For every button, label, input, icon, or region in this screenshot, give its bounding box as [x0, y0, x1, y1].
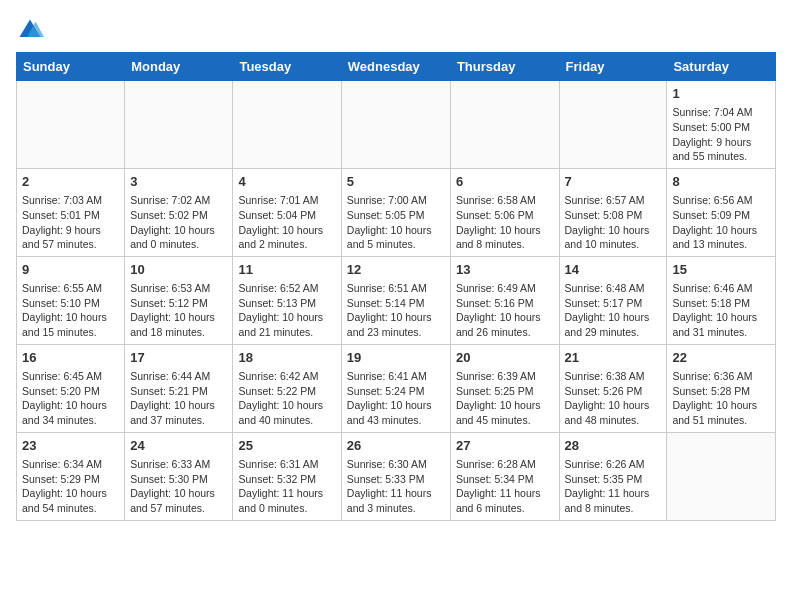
calendar-cell: 23Sunrise: 6:34 AMSunset: 5:29 PMDayligh… — [17, 432, 125, 520]
day-info: Sunrise: 7:04 AM — [672, 105, 770, 120]
day-info: Sunrise: 6:26 AM — [565, 457, 662, 472]
day-info: Sunrise: 6:56 AM — [672, 193, 770, 208]
day-info: Daylight: 10 hours and 31 minutes. — [672, 310, 770, 339]
day-info: Sunset: 5:20 PM — [22, 384, 119, 399]
day-info: Sunrise: 6:46 AM — [672, 281, 770, 296]
day-info: Sunset: 5:01 PM — [22, 208, 119, 223]
day-info: Sunrise: 6:51 AM — [347, 281, 445, 296]
day-info: Daylight: 10 hours and 21 minutes. — [238, 310, 335, 339]
day-info: Sunrise: 7:02 AM — [130, 193, 227, 208]
day-info: Daylight: 10 hours and 8 minutes. — [456, 223, 554, 252]
day-info: Sunset: 5:05 PM — [347, 208, 445, 223]
day-info: Daylight: 10 hours and 26 minutes. — [456, 310, 554, 339]
logo — [16, 16, 50, 44]
calendar-cell: 17Sunrise: 6:44 AMSunset: 5:21 PMDayligh… — [125, 344, 233, 432]
day-info: Sunrise: 6:45 AM — [22, 369, 119, 384]
day-info: Daylight: 11 hours and 3 minutes. — [347, 486, 445, 515]
day-info: Sunset: 5:17 PM — [565, 296, 662, 311]
day-info: Sunrise: 6:53 AM — [130, 281, 227, 296]
calendar-cell: 20Sunrise: 6:39 AMSunset: 5:25 PMDayligh… — [450, 344, 559, 432]
header-cell-thursday: Thursday — [450, 53, 559, 81]
day-info: Sunset: 5:08 PM — [565, 208, 662, 223]
day-info: Daylight: 10 hours and 10 minutes. — [565, 223, 662, 252]
calendar-cell: 18Sunrise: 6:42 AMSunset: 5:22 PMDayligh… — [233, 344, 341, 432]
day-info: Sunset: 5:35 PM — [565, 472, 662, 487]
day-number: 23 — [22, 437, 119, 455]
day-info: Daylight: 9 hours and 57 minutes. — [22, 223, 119, 252]
day-number: 27 — [456, 437, 554, 455]
day-info: Sunrise: 6:31 AM — [238, 457, 335, 472]
week-row-1: 1Sunrise: 7:04 AMSunset: 5:00 PMDaylight… — [17, 81, 776, 169]
day-info: Daylight: 10 hours and 48 minutes. — [565, 398, 662, 427]
day-info: Daylight: 10 hours and 43 minutes. — [347, 398, 445, 427]
day-info: Sunset: 5:12 PM — [130, 296, 227, 311]
day-info: Sunrise: 6:36 AM — [672, 369, 770, 384]
day-info: Daylight: 10 hours and 29 minutes. — [565, 310, 662, 339]
day-info: Daylight: 10 hours and 18 minutes. — [130, 310, 227, 339]
day-number: 4 — [238, 173, 335, 191]
calendar-cell — [667, 432, 776, 520]
day-number: 16 — [22, 349, 119, 367]
calendar-cell: 21Sunrise: 6:38 AMSunset: 5:26 PMDayligh… — [559, 344, 667, 432]
day-number: 3 — [130, 173, 227, 191]
day-info: Daylight: 11 hours and 0 minutes. — [238, 486, 335, 515]
day-info: Sunrise: 6:30 AM — [347, 457, 445, 472]
calendar-cell: 4Sunrise: 7:01 AMSunset: 5:04 PMDaylight… — [233, 168, 341, 256]
header-cell-monday: Monday — [125, 53, 233, 81]
calendar-cell: 9Sunrise: 6:55 AMSunset: 5:10 PMDaylight… — [17, 256, 125, 344]
day-info: Daylight: 11 hours and 8 minutes. — [565, 486, 662, 515]
day-number: 2 — [22, 173, 119, 191]
week-row-3: 9Sunrise: 6:55 AMSunset: 5:10 PMDaylight… — [17, 256, 776, 344]
week-row-2: 2Sunrise: 7:03 AMSunset: 5:01 PMDaylight… — [17, 168, 776, 256]
day-info: Sunrise: 7:00 AM — [347, 193, 445, 208]
page-header — [16, 16, 776, 44]
day-info: Sunrise: 6:57 AM — [565, 193, 662, 208]
day-number: 14 — [565, 261, 662, 279]
day-number: 6 — [456, 173, 554, 191]
day-info: Sunrise: 6:41 AM — [347, 369, 445, 384]
day-info: Sunrise: 6:49 AM — [456, 281, 554, 296]
logo-icon — [16, 16, 44, 44]
day-info: Daylight: 10 hours and 37 minutes. — [130, 398, 227, 427]
calendar-cell: 2Sunrise: 7:03 AMSunset: 5:01 PMDaylight… — [17, 168, 125, 256]
day-number: 28 — [565, 437, 662, 455]
day-number: 5 — [347, 173, 445, 191]
calendar-cell: 8Sunrise: 6:56 AMSunset: 5:09 PMDaylight… — [667, 168, 776, 256]
day-info: Sunset: 5:32 PM — [238, 472, 335, 487]
day-info: Sunset: 5:34 PM — [456, 472, 554, 487]
calendar-cell: 28Sunrise: 6:26 AMSunset: 5:35 PMDayligh… — [559, 432, 667, 520]
day-info: Sunrise: 7:01 AM — [238, 193, 335, 208]
day-info: Sunrise: 6:48 AM — [565, 281, 662, 296]
day-info: Sunset: 5:26 PM — [565, 384, 662, 399]
day-info: Sunrise: 6:33 AM — [130, 457, 227, 472]
day-info: Daylight: 10 hours and 23 minutes. — [347, 310, 445, 339]
calendar-cell — [125, 81, 233, 169]
day-info: Sunset: 5:33 PM — [347, 472, 445, 487]
day-info: Daylight: 10 hours and 2 minutes. — [238, 223, 335, 252]
day-number: 12 — [347, 261, 445, 279]
calendar-cell: 12Sunrise: 6:51 AMSunset: 5:14 PMDayligh… — [341, 256, 450, 344]
header-row: SundayMondayTuesdayWednesdayThursdayFrid… — [17, 53, 776, 81]
day-number: 11 — [238, 261, 335, 279]
day-info: Sunrise: 6:55 AM — [22, 281, 119, 296]
day-number: 19 — [347, 349, 445, 367]
week-row-5: 23Sunrise: 6:34 AMSunset: 5:29 PMDayligh… — [17, 432, 776, 520]
day-info: Sunset: 5:04 PM — [238, 208, 335, 223]
calendar-cell: 3Sunrise: 7:02 AMSunset: 5:02 PMDaylight… — [125, 168, 233, 256]
header-cell-friday: Friday — [559, 53, 667, 81]
day-number: 10 — [130, 261, 227, 279]
header-cell-saturday: Saturday — [667, 53, 776, 81]
calendar-cell: 11Sunrise: 6:52 AMSunset: 5:13 PMDayligh… — [233, 256, 341, 344]
day-info: Daylight: 10 hours and 57 minutes. — [130, 486, 227, 515]
calendar-cell: 1Sunrise: 7:04 AMSunset: 5:00 PMDaylight… — [667, 81, 776, 169]
day-info: Daylight: 10 hours and 5 minutes. — [347, 223, 445, 252]
day-info: Daylight: 10 hours and 54 minutes. — [22, 486, 119, 515]
calendar-cell: 22Sunrise: 6:36 AMSunset: 5:28 PMDayligh… — [667, 344, 776, 432]
day-info: Sunrise: 6:34 AM — [22, 457, 119, 472]
calendar-cell: 27Sunrise: 6:28 AMSunset: 5:34 PMDayligh… — [450, 432, 559, 520]
day-info: Sunrise: 6:42 AM — [238, 369, 335, 384]
header-cell-wednesday: Wednesday — [341, 53, 450, 81]
calendar-cell: 24Sunrise: 6:33 AMSunset: 5:30 PMDayligh… — [125, 432, 233, 520]
day-info: Sunset: 5:29 PM — [22, 472, 119, 487]
day-number: 22 — [672, 349, 770, 367]
